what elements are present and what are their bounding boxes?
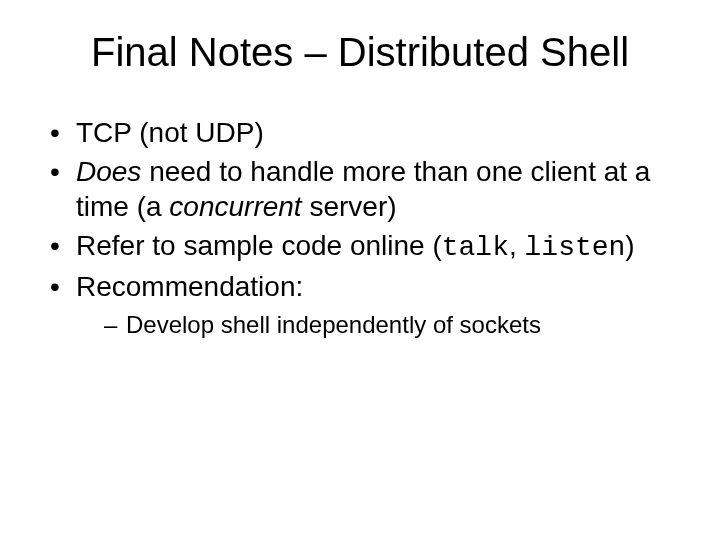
bullet-1: TCP (not UDP): [50, 115, 680, 150]
slide-title: Final Notes – Distributed Shell: [40, 30, 680, 75]
bullet-3-text-3: ): [625, 230, 634, 261]
bullet-3: Refer to sample code online (talk, liste…: [50, 228, 680, 265]
slide: Final Notes – Distributed Shell TCP (not…: [0, 0, 720, 540]
sub-bullet-1: Develop shell independently of sockets: [104, 310, 680, 340]
bullet-3-code-1: talk: [442, 232, 509, 263]
sub-bullet-1-text: Develop shell independently of sockets: [126, 311, 541, 338]
bullet-4: Recommendation: Develop shell independen…: [50, 269, 680, 340]
bullet-2-text-4: server): [302, 191, 397, 222]
bullet-3-code-2: listen: [525, 232, 626, 263]
bullet-3-text-2: ,: [509, 230, 525, 261]
bullet-2-text-3: concurrent: [169, 191, 301, 222]
bullet-4-text: Recommendation:: [76, 271, 303, 302]
bullet-2-text-1: Does: [76, 156, 141, 187]
bullet-1-text: TCP (not UDP): [76, 117, 264, 148]
bullet-list: TCP (not UDP) Does need to handle more t…: [40, 115, 680, 340]
sub-bullet-list: Develop shell independently of sockets: [76, 310, 680, 340]
bullet-2: Does need to handle more than one client…: [50, 154, 680, 224]
bullet-3-text-1: Refer to sample code online (: [76, 230, 442, 261]
